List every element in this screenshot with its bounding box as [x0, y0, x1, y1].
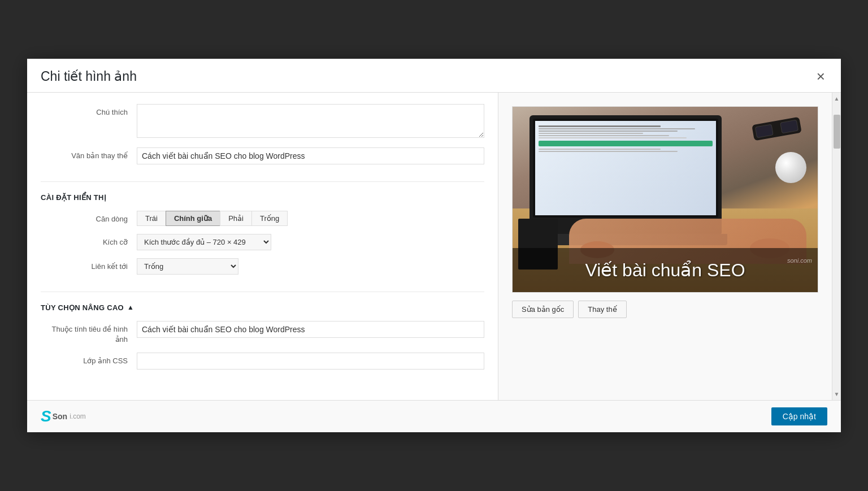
can-dong-row: Căn dòng Trái Chính giữa Phải Trống	[41, 211, 484, 226]
can-dong-label: Căn dòng	[41, 211, 137, 224]
chu-thich-section: Chú thích Văn bản thay thế	[41, 93, 484, 182]
laptop-screen-img	[535, 121, 716, 215]
scroll-up-arrow[interactable]: ▲	[832, 94, 841, 103]
align-buttons-group: Trái Chính giữa Phải Trống	[137, 211, 484, 226]
watermark-domain: i.com	[70, 412, 86, 420]
lop-anh-label: Lớp ảnh CSS	[41, 353, 137, 366]
image-action-buttons: Sửa bản gốc Thay thế	[512, 301, 818, 318]
nang-cao-label: TÙY CHỌN NÂNG CAO	[41, 303, 124, 312]
lien-ket-row: Liên kết tới Trống	[41, 258, 484, 275]
hien-thi-section: CÀI ĐẶT HIỂN THỊ Căn dòng Trái Chính giữ…	[41, 182, 484, 292]
thay-the-button[interactable]: Thay thế	[578, 301, 626, 318]
nang-cao-title: TÙY CHỌN NÂNG CAO ▲	[41, 303, 484, 312]
kich-co-control: Kích thước đầy đủ – 720 × 429	[137, 234, 484, 250]
thuoc-tinh-input[interactable]	[137, 321, 484, 338]
thuoc-tinh-row: Thuộc tính tiêu đề hình ảnh	[41, 321, 484, 345]
scrollbar-thumb[interactable]	[834, 115, 840, 149]
kich-co-label: Kích cỡ	[41, 234, 137, 247]
toggle-arrow-icon: ▲	[127, 303, 134, 311]
scrollbar-track: ▲ ▼	[832, 93, 841, 400]
modal-body: Chú thích Văn bản thay thế	[27, 93, 841, 400]
watermark-logo-icon: S	[41, 407, 50, 425]
kich-co-select[interactable]: Kích thước đầy đủ – 720 × 429	[137, 234, 271, 250]
nang-cao-toggle[interactable]: TÙY CHỌN NÂNG CAO ▲	[41, 303, 484, 312]
chu-thich-textarea[interactable]	[137, 104, 484, 138]
chu-thich-row: Chú thích	[41, 104, 484, 140]
modal-footer: S Son i.com Cập nhật	[27, 400, 841, 432]
lien-ket-control: Trống	[137, 258, 484, 275]
van-ban-input[interactable]	[137, 147, 484, 164]
right-panel: Viết bài chuẩn SEO soni.com Sửa bản gốc …	[498, 93, 832, 400]
sua-ban-goc-button[interactable]: Sửa bản gốc	[512, 301, 574, 318]
align-trong-button[interactable]: Trống	[251, 211, 288, 226]
image-detail-modal: Chi tiết hình ảnh × Chú thích Văn	[27, 59, 841, 432]
align-chinh-giua-button[interactable]: Chính giữa	[166, 211, 220, 226]
lien-ket-select[interactable]: Trống	[137, 258, 238, 275]
can-dong-control: Trái Chính giữa Phải Trống	[137, 211, 484, 226]
align-trai-button[interactable]: Trái	[137, 211, 166, 226]
scroll-down-arrow[interactable]: ▼	[832, 389, 841, 399]
image-caption-overlay: Viết bài chuẩn SEO	[513, 248, 818, 292]
kich-co-row: Kích cỡ Kích thước đầy đủ – 720 × 429	[41, 234, 484, 250]
van-ban-label: Văn bản thay thế	[41, 147, 137, 161]
lop-anh-control	[137, 353, 484, 370]
chu-thich-control	[137, 104, 484, 140]
lop-anh-input[interactable]	[137, 353, 484, 370]
close-button[interactable]: ×	[814, 69, 827, 84]
cap-nhat-button[interactable]: Cập nhật	[771, 407, 827, 425]
van-ban-control	[137, 147, 484, 164]
screen-bezel	[533, 119, 718, 218]
modal-title: Chi tiết hình ảnh	[41, 69, 137, 84]
lien-ket-label: Liên kết tới	[41, 258, 137, 272]
align-phai-button[interactable]: Phải	[220, 211, 251, 226]
image-watermark: soni.com	[787, 257, 812, 264]
laptop-body	[530, 115, 722, 234]
thuoc-tinh-control	[137, 321, 484, 338]
chu-thich-label: Chú thích	[41, 104, 137, 118]
van-ban-row: Văn bản thay thế	[41, 147, 484, 164]
thuoc-tinh-label: Thuộc tính tiêu đề hình ảnh	[41, 321, 137, 345]
nang-cao-section: TÙY CHỌN NÂNG CAO ▲ Thuộc tính tiêu đề h…	[41, 292, 484, 386]
footer-watermark: S Son i.com	[41, 407, 86, 425]
hien-thi-title: CÀI ĐẶT HIỂN THỊ	[41, 193, 484, 202]
screen-content	[535, 121, 716, 157]
watermark-footer-text: Son	[53, 412, 67, 421]
modal-header: Chi tiết hình ảnh ×	[27, 59, 841, 93]
image-preview: Viết bài chuẩn SEO soni.com	[512, 106, 818, 293]
lop-anh-row: Lớp ảnh CSS	[41, 353, 484, 370]
modal-overlay: Chi tiết hình ảnh × Chú thích Văn	[0, 0, 868, 491]
image-caption-text: Viết bài chuẩn SEO	[585, 260, 745, 280]
left-panel: Chú thích Văn bản thay thế	[27, 93, 498, 400]
coffee-cup	[775, 152, 806, 183]
